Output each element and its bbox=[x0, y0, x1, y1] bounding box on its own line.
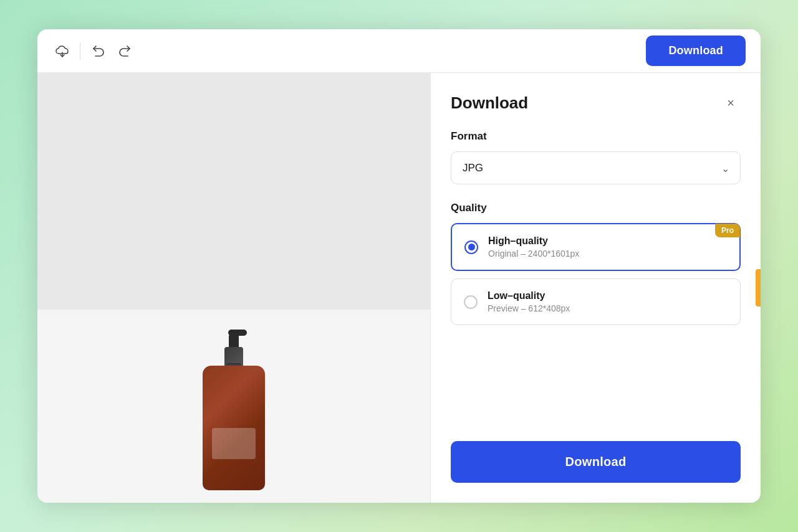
pump-head bbox=[229, 335, 239, 347]
download-panel: Download × Format JPG PNG SVG PDF ⌄ Qual… bbox=[430, 73, 761, 503]
toolbar-left bbox=[52, 41, 636, 61]
radio-dot-high bbox=[468, 244, 475, 250]
undo-icon[interactable] bbox=[88, 41, 108, 61]
bottle-label bbox=[212, 428, 256, 459]
low-quality-option[interactable]: Low–quality Preview – 612*408px bbox=[451, 278, 741, 325]
high-quality-info: High–quality Original – 2400*1601px bbox=[488, 235, 727, 259]
pro-badge: Pro bbox=[715, 224, 740, 237]
high-quality-name: High–quality bbox=[488, 235, 727, 247]
canvas-area bbox=[37, 73, 430, 503]
toolbar: Download bbox=[37, 29, 761, 73]
radio-low-quality bbox=[464, 295, 478, 309]
toolbar-divider bbox=[80, 42, 80, 60]
download-header-button[interactable]: Download bbox=[646, 36, 746, 66]
radio-high-quality bbox=[464, 240, 478, 254]
panel-header: Download × bbox=[451, 93, 741, 113]
canvas-top-region bbox=[37, 73, 430, 310]
product-image bbox=[190, 328, 277, 490]
format-label: Format bbox=[451, 130, 741, 143]
high-quality-option[interactable]: High–quality Original – 2400*1601px Pro bbox=[451, 223, 741, 271]
close-button[interactable]: × bbox=[721, 93, 741, 113]
quality-section: Quality High–quality Original – 2400*160… bbox=[451, 202, 741, 333]
bottle-body bbox=[203, 366, 265, 490]
redo-icon[interactable] bbox=[115, 41, 135, 61]
download-panel-button[interactable]: Download bbox=[451, 441, 741, 483]
panel-title: Download bbox=[451, 93, 528, 113]
toolbar-right: Download bbox=[646, 36, 746, 66]
format-select[interactable]: JPG PNG SVG PDF bbox=[451, 151, 741, 184]
cloud-save-icon[interactable] bbox=[52, 41, 72, 61]
format-dropdown-wrap: JPG PNG SVG PDF ⌄ bbox=[451, 151, 741, 184]
low-quality-desc: Preview – 612*408px bbox=[488, 303, 728, 313]
main-content: Download × Format JPG PNG SVG PDF ⌄ Qual… bbox=[37, 73, 761, 503]
high-quality-desc: Original – 2400*1601px bbox=[488, 249, 727, 259]
low-quality-name: Low–quality bbox=[488, 290, 728, 302]
app-window: Download bbox=[37, 29, 761, 503]
quality-label: Quality bbox=[451, 202, 741, 214]
canvas-bottom-region bbox=[37, 310, 430, 503]
low-quality-info: Low–quality Preview – 612*408px bbox=[488, 290, 728, 313]
right-edge-accent bbox=[756, 269, 761, 306]
